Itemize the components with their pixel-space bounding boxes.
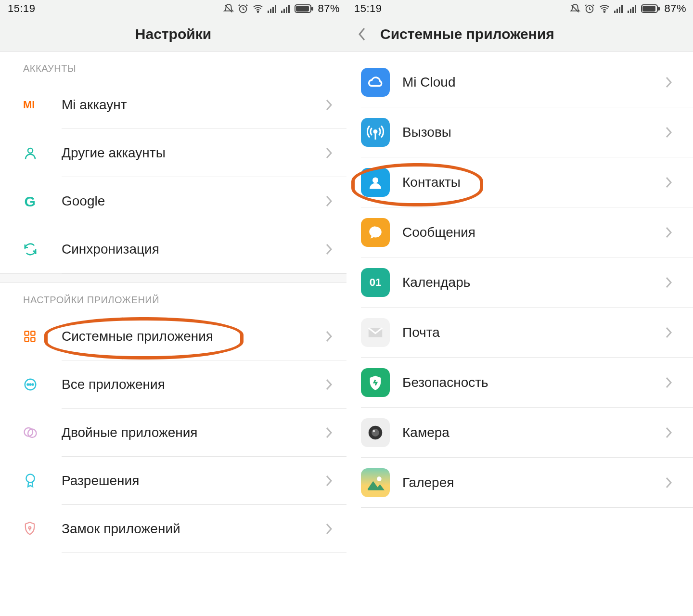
svg-point-14: [28, 148, 33, 153]
svg-point-26: [26, 474, 34, 482]
row-calendar[interactable]: 01 Календарь: [346, 257, 693, 308]
settings-list[interactable]: АККАУНТЫ MI Mi аккаунт Другие аккаунты G: [0, 51, 346, 553]
chat-icon: [361, 218, 390, 247]
antenna-icon: [361, 118, 390, 147]
more-circle-icon: [23, 377, 62, 392]
bell-off-icon: [223, 3, 234, 14]
chevron-right-icon: [319, 243, 333, 256]
svg-point-23: [32, 384, 34, 385]
badge-icon: [23, 473, 62, 488]
chevron-right-icon: [319, 330, 333, 343]
row-camera-label: Камера: [402, 425, 665, 440]
chevron-right-icon: [665, 76, 680, 89]
svg-rect-33: [621, 5, 623, 13]
row-other-accounts[interactable]: Другие аккаунты: [0, 129, 346, 177]
chevron-right-icon: [319, 195, 333, 207]
chevron-right-icon: [665, 426, 680, 439]
row-mi-cloud[interactable]: Mi Cloud: [346, 57, 693, 107]
svg-rect-18: [25, 337, 29, 341]
svg-point-1: [257, 11, 259, 13]
chevron-right-icon: [665, 326, 680, 339]
row-permissions[interactable]: Разрешения: [0, 457, 346, 505]
status-time: 15:19: [354, 2, 382, 15]
chevron-right-icon: [665, 126, 680, 139]
svg-point-27: [29, 526, 31, 529]
cloud-icon: [361, 68, 390, 97]
status-time: 15:19: [8, 2, 36, 15]
row-mi-account[interactable]: MI Mi аккаунт: [0, 81, 346, 129]
row-contacts[interactable]: Контакты: [346, 157, 693, 207]
row-sync-label: Синхронизация: [62, 242, 319, 257]
chevron-right-icon: [319, 147, 333, 159]
row-google-label: Google: [62, 193, 319, 209]
section-app-settings: НАСТРОЙКИ ПРИЛОЖЕНИЙ: [0, 283, 346, 312]
svg-rect-37: [635, 5, 636, 13]
svg-rect-6: [281, 11, 282, 13]
svg-point-46: [377, 476, 382, 481]
row-messages[interactable]: Сообщения: [346, 207, 693, 257]
mi-logo-icon: MI: [23, 99, 62, 111]
row-calls[interactable]: Вызовы: [346, 107, 693, 157]
back-button[interactable]: [355, 27, 370, 41]
row-calls-label: Вызовы: [402, 125, 665, 140]
row-all-apps[interactable]: Все приложения: [0, 360, 346, 409]
wifi-icon: [599, 3, 610, 14]
battery-percentage: 87%: [318, 2, 340, 15]
dual-circles-icon: [23, 425, 62, 440]
row-gallery-label: Галерея: [402, 475, 665, 490]
row-system-apps-label: Системные приложения: [62, 329, 319, 344]
chevron-right-icon: [319, 426, 333, 439]
svg-rect-2: [268, 11, 269, 13]
row-mi-account-label: Mi аккаунт: [62, 97, 319, 113]
settings-title: Настройки: [135, 26, 211, 42]
row-mail[interactable]: Почта: [346, 308, 693, 358]
row-app-lock[interactable]: Замок приложений: [0, 505, 346, 553]
signal-1-icon: [268, 4, 277, 13]
contact-icon: [361, 168, 390, 197]
alarm-icon: [238, 3, 248, 14]
svg-rect-39: [658, 7, 660, 11]
camera-lens-icon: [361, 418, 390, 447]
svg-rect-8: [286, 7, 287, 13]
section-accounts: АККАУНТЫ: [0, 51, 346, 81]
row-system-apps[interactable]: Системные приложения: [0, 312, 346, 360]
wifi-icon: [252, 3, 264, 14]
svg-rect-12: [296, 6, 309, 12]
svg-rect-40: [642, 6, 655, 12]
row-app-lock-label: Замок приложений: [62, 521, 319, 537]
svg-point-44: [372, 429, 379, 436]
person-icon: [23, 146, 62, 160]
svg-point-21: [27, 384, 29, 385]
system-apps-screen: 15:19 87%: [346, 0, 693, 616]
svg-point-22: [30, 384, 31, 385]
row-google[interactable]: G Google: [0, 177, 346, 225]
bell-off-icon: [570, 3, 580, 14]
signal-2-icon: [628, 4, 637, 13]
alarm-icon: [584, 3, 595, 14]
row-calendar-label: Календарь: [402, 275, 665, 290]
grid-icon: [23, 330, 62, 343]
svg-rect-30: [614, 11, 616, 13]
chevron-right-icon: [319, 99, 333, 111]
row-camera[interactable]: Камера: [346, 408, 693, 458]
settings-header: Настройки: [0, 17, 346, 51]
row-security[interactable]: Безопасность: [346, 358, 693, 408]
row-gallery[interactable]: Галерея: [346, 458, 693, 508]
google-icon: G: [23, 194, 62, 208]
row-dual-apps[interactable]: Двойные приложения: [0, 409, 346, 457]
row-other-accounts-label: Другие аккаунты: [62, 145, 319, 161]
svg-point-45: [372, 430, 375, 432]
chevron-right-icon: [665, 376, 680, 389]
status-bar: 15:19 87%: [346, 0, 693, 17]
mail-icon: [361, 318, 390, 347]
svg-rect-34: [628, 11, 629, 13]
svg-point-41: [374, 130, 377, 133]
chevron-right-icon: [319, 378, 333, 391]
svg-rect-31: [616, 9, 618, 13]
settings-screen: 15:19 87%: [0, 0, 346, 616]
chevron-right-icon: [665, 176, 680, 189]
system-apps-list[interactable]: Mi Cloud Вызовы Контакты: [346, 51, 693, 508]
shield-lock-icon: [23, 521, 62, 537]
chevron-right-icon: [319, 523, 333, 535]
row-sync[interactable]: Синхронизация: [0, 225, 346, 273]
